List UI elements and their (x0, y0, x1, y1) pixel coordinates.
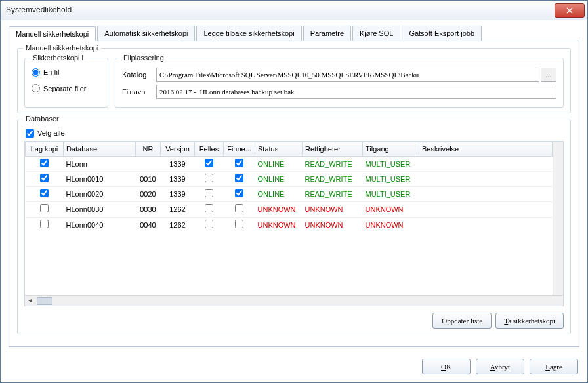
select-all-checkbox[interactable] (26, 129, 34, 138)
tab-kj-re-sql[interactable]: Kjøre SQL (352, 26, 400, 41)
col-header[interactable]: Beskrivelse (419, 142, 553, 156)
tab-manuell-sikkerhetskopi[interactable]: Manuell sikkerhetskopi (9, 26, 96, 41)
window-title: Systemvedlikehold (6, 5, 555, 16)
table-row[interactable]: HLonn004000401262UNKNOWNUNKNOWNUNKNOWN (26, 217, 553, 232)
radio-separate-label: Separate filer (43, 84, 86, 93)
copy-checkbox[interactable] (40, 189, 49, 197)
tab-strip: Manuell sikkerhetskopiAutomatisk sikkerh… (9, 26, 579, 41)
browse-button[interactable]: ... (541, 68, 556, 82)
copy-checkbox[interactable] (40, 174, 49, 182)
close-button[interactable] (555, 3, 585, 18)
col-header[interactable]: Rettigheter (303, 142, 363, 156)
databases-label: Databaser (23, 114, 62, 123)
backup-button[interactable]: Ta sikkerhetskopi (495, 313, 564, 329)
radio-one-file-label: En fil (43, 68, 59, 77)
col-header[interactable]: Database (64, 142, 136, 156)
databases-group: Databaser Velg alle (17, 119, 571, 334)
table-row[interactable]: HLonn001000101339ONLINEREAD_WRITEMULTI_U… (26, 171, 553, 186)
backup-target-group: Sikkerhetskopi i En fil Separate filer (24, 58, 108, 108)
felles-checkbox[interactable] (205, 174, 213, 182)
scroll-left-icon: ◄ (25, 296, 35, 306)
finne-checkbox[interactable] (235, 204, 243, 212)
close-icon (566, 7, 573, 14)
table-row[interactable]: HLonn003000301262UNKNOWNUNKNOWNUNKNOWN (26, 202, 553, 217)
group-label: Manuell sikkerhetskopi (23, 43, 101, 52)
katalog-input[interactable] (156, 68, 539, 82)
felles-checkbox[interactable] (205, 220, 213, 228)
copy-checkbox[interactable] (40, 159, 49, 167)
col-header[interactable]: Versjon (161, 142, 195, 156)
vertical-scrollbar[interactable] (553, 142, 563, 295)
katalog-label: Katalog (122, 70, 156, 79)
databases-table: Lag kopiDatabaseNRVersjonFellesFinne...S… (25, 142, 553, 232)
copy-checkbox[interactable] (40, 204, 49, 212)
file-location-group: Filplassering Katalog ... Filnavn (115, 58, 564, 108)
copy-checkbox[interactable] (40, 220, 49, 228)
felles-checkbox[interactable] (205, 159, 213, 167)
filnavn-input[interactable] (156, 85, 556, 99)
ok-button[interactable]: OK (422, 359, 471, 374)
manual-backup-group: Manuell sikkerhetskopi Sikkerhetskopi i … (17, 48, 571, 113)
tab-legge-tilbake-sikkerhetskopi[interactable]: Legge tilbake sikkerhetskopi (196, 26, 301, 41)
felles-checkbox[interactable] (205, 204, 213, 212)
footer: OK Avbryt Lagre (1, 353, 587, 382)
col-header[interactable]: Lag kopi (26, 142, 64, 156)
col-header[interactable]: Felles (195, 142, 224, 156)
col-header[interactable]: Finne... (224, 142, 255, 156)
col-header[interactable]: Status (255, 142, 303, 156)
finne-checkbox[interactable] (235, 189, 243, 197)
scroll-thumb[interactable] (37, 297, 52, 305)
tab-gatsoft-eksport-jobb[interactable]: Gatsoft Eksport jobb (402, 26, 482, 41)
titlebar: Systemvedlikehold (1, 1, 587, 20)
location-label: Filplassering (121, 53, 167, 62)
finne-checkbox[interactable] (235, 159, 243, 167)
horizontal-scrollbar[interactable]: ◄ (25, 295, 563, 306)
finne-checkbox[interactable] (235, 220, 243, 228)
target-label: Sikkerhetskopi i (30, 53, 86, 62)
table-row[interactable]: HLonn1339ONLINEREAD_WRITEMULTI_USER (26, 156, 553, 171)
window: Systemvedlikehold Manuell sikkerhetskopi… (0, 0, 588, 383)
tab-parametre[interactable]: Parametre (303, 26, 351, 41)
finne-checkbox[interactable] (235, 174, 243, 182)
radio-separate[interactable] (32, 84, 40, 92)
felles-checkbox[interactable] (205, 189, 213, 197)
tab-body: Manuell sikkerhetskopi Sikkerhetskopi i … (9, 41, 579, 347)
cancel-button[interactable]: Avbryt (476, 359, 524, 374)
col-header[interactable]: NR (136, 142, 161, 156)
table-row[interactable]: HLonn002000201339ONLINEREAD_WRITEMULTI_U… (26, 187, 553, 202)
col-header[interactable]: Tilgang (363, 142, 419, 156)
radio-one-file[interactable] (32, 68, 40, 77)
select-all-label: Velg alle (37, 129, 65, 138)
grid: Lag kopiDatabaseNRVersjonFellesFinne...S… (24, 141, 564, 306)
tab-automatisk-sikkerhetskopi[interactable]: Automatisk sikkerhetskopi (97, 26, 195, 41)
refresh-button[interactable]: Oppdater liste (432, 313, 492, 329)
content: Manuell sikkerhetskopiAutomatisk sikkerh… (1, 20, 587, 353)
save-button[interactable]: Lagre (530, 359, 578, 374)
filnavn-label: Filnavn (122, 87, 156, 96)
